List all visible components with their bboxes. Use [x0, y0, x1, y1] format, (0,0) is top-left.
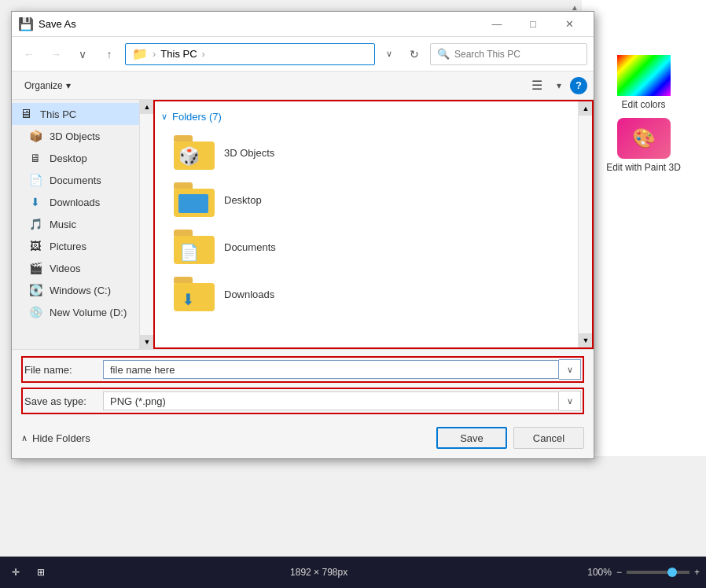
move-icon[interactable]: ✛: [6, 563, 25, 582]
sidebar-item-downloads[interactable]: ⬇ Downloads: [12, 191, 153, 213]
sidebar-label-music: Music: [50, 219, 76, 230]
documents-icon: 📄: [28, 172, 43, 188]
minimize-button[interactable]: —: [479, 12, 515, 37]
path-root: This PC: [160, 48, 197, 60]
taskbar-info: 1892 × 798px: [57, 567, 581, 578]
file-name-dropdown[interactable]: ∨: [559, 359, 581, 380]
taskbar: ✛ ⊞ 1892 × 798px 100% − +: [0, 557, 706, 588]
folder-name-documents: Documents: [224, 241, 276, 253]
folder-item-documents[interactable]: 📄 Documents: [161, 223, 586, 270]
file-area-scrollbar: ▲ ▼: [578, 101, 592, 347]
group-chevron: ∨: [161, 112, 167, 122]
sidebar-item-new-volume-d[interactable]: 💿 New Volume (D:): [12, 301, 153, 323]
search-icon: 🔍: [437, 48, 450, 60]
toolbar: Organize ▾ ☰ ▾ ?: [12, 72, 594, 100]
sidebar-item-windows-c[interactable]: 💽 Windows (C:): [12, 279, 153, 301]
new-volume-d-icon: 💿: [28, 304, 43, 320]
help-button[interactable]: ?: [570, 77, 587, 94]
view-button[interactable]: ☰: [526, 75, 548, 97]
right-panel: Edit colors 🎨 Edit with Paint 3D: [580, 0, 706, 456]
hide-folders-button[interactable]: ∧ Hide Folders: [21, 432, 90, 444]
organize-button[interactable]: Organize ▾: [18, 75, 77, 97]
address-path[interactable]: 📁 › This PC ›: [125, 43, 375, 65]
downloads-icon: ⬇: [28, 194, 43, 210]
maximize-button[interactable]: □: [515, 12, 551, 37]
folder-item-desktop[interactable]: Desktop: [161, 176, 586, 223]
folder-icon-desktop: [174, 182, 215, 217]
action-row: ∧ Hide Folders Save Cancel: [21, 424, 584, 452]
sidebar-label-windows-c: Windows (C:): [50, 285, 111, 296]
folder-item-downloads[interactable]: ⬇ Downloads: [161, 270, 586, 318]
zoom-slider[interactable]: [627, 571, 689, 574]
3d-objects-icon: 📦: [28, 128, 43, 144]
sidebar-item-this-pc[interactable]: 🖥 This PC: [12, 103, 153, 125]
sidebar-label-documents: Documents: [50, 175, 101, 186]
bottom-section: File name: ∨ Save as type: PNG (*.png) ∨…: [12, 349, 594, 458]
sidebar-item-desktop[interactable]: 🖥 Desktop: [12, 147, 153, 169]
folder-icon-3d: 🎲: [174, 135, 215, 170]
dropdown-button[interactable]: ∨: [72, 43, 94, 65]
sidebar-wrapper: 🖥 This PC 📦 3D Objects 🖥 Desktop 📄 Docum…: [12, 100, 153, 349]
file-area-inner: ∨ Folders (7) 🎲 3D Objects: [155, 101, 592, 324]
this-pc-icon: 🖥: [18, 106, 34, 122]
path-dropdown[interactable]: ∨: [380, 43, 399, 65]
windows-c-icon: 💽: [28, 282, 43, 298]
save-button[interactable]: Save: [436, 427, 507, 449]
screen-icon[interactable]: ⊞: [31, 563, 50, 582]
search-box[interactable]: 🔍: [430, 43, 587, 65]
color-strip: [617, 55, 671, 96]
refresh-button[interactable]: ↻: [403, 43, 425, 65]
sidebar: 🖥 This PC 📦 3D Objects 🖥 Desktop 📄 Docum…: [12, 100, 153, 326]
sidebar-item-music[interactable]: 🎵 Music: [12, 213, 153, 235]
sidebar-label-new-volume-d: New Volume (D:): [50, 307, 127, 318]
folder-group-header[interactable]: ∨ Folders (7): [161, 108, 586, 129]
address-bar: ← → ∨ ↑ 📁 › This PC › ∨ ↻ 🔍: [12, 37, 594, 72]
back-button[interactable]: ←: [18, 43, 40, 65]
sidebar-item-pictures[interactable]: 🖼 Pictures: [12, 235, 153, 257]
file-type-dropdown[interactable]: ∨: [559, 391, 581, 411]
cancel-button[interactable]: Cancel: [513, 427, 584, 449]
paint3d-icon: 🎨: [617, 118, 671, 159]
sidebar-scrollbar: ▲ ▼: [139, 100, 153, 349]
sidebar-item-videos[interactable]: 🎬 Videos: [12, 257, 153, 279]
file-area: ∨ Folders (7) 🎲 3D Objects: [153, 100, 594, 349]
close-button[interactable]: ✕: [551, 12, 587, 37]
organize-chevron: ▾: [66, 80, 71, 91]
taskbar-zoom: 100% − +: [587, 567, 700, 578]
file-type-select[interactable]: PNG (*.png): [103, 391, 559, 410]
folder-name-3d-objects: 3D Objects: [224, 147, 274, 159]
videos-icon: 🎬: [28, 260, 43, 276]
path-separator-1: ›: [153, 48, 156, 60]
dialog-icon: 💾: [18, 17, 34, 32]
edit-colors-item[interactable]: Edit colors: [617, 55, 671, 110]
zoom-thumb: [667, 568, 677, 577]
forward-button[interactable]: →: [45, 43, 67, 65]
move-label: ✛: [12, 567, 20, 578]
title-bar: 💾 Save As — □ ✕: [12, 12, 594, 37]
sidebar-label-pictures: Pictures: [50, 241, 86, 252]
edit-paint3d-item[interactable]: 🎨 Edit with Paint 3D: [606, 118, 681, 173]
title-bar-controls: — □ ✕: [479, 12, 587, 37]
zoom-plus-button[interactable]: +: [694, 567, 700, 578]
up-button[interactable]: ↑: [98, 43, 120, 65]
path-separator-2: ›: [202, 48, 205, 60]
background-app: Edit colors 🎨 Edit with Paint 3D ▲ ▼ 💾 S…: [0, 0, 706, 588]
sidebar-label-3d-objects: 3D Objects: [50, 130, 100, 142]
sidebar-item-documents[interactable]: 📄 Documents: [12, 169, 153, 191]
file-scroll-down[interactable]: ▼: [579, 333, 593, 347]
file-scroll-up[interactable]: ▲: [579, 101, 593, 116]
pictures-icon: 🖼: [28, 238, 43, 254]
edit-paint3d-label: Edit with Paint 3D: [606, 162, 681, 173]
sidebar-scroll-up[interactable]: ▲: [140, 100, 154, 114]
sidebar-item-3d-objects[interactable]: 📦 3D Objects: [12, 125, 153, 147]
edit-colors-label: Edit colors: [621, 99, 665, 110]
zoom-minus-button[interactable]: −: [616, 567, 622, 578]
search-input[interactable]: [454, 49, 580, 60]
sidebar-label-videos: Videos: [50, 263, 81, 274]
folder-item-3d-objects[interactable]: 🎲 3D Objects: [161, 129, 586, 176]
file-name-input[interactable]: [103, 360, 559, 379]
organize-label: Organize: [24, 80, 63, 91]
sidebar-scroll-down[interactable]: ▼: [140, 335, 154, 349]
group-label: Folders (7): [172, 111, 222, 123]
view-dropdown[interactable]: ▾: [551, 78, 567, 94]
